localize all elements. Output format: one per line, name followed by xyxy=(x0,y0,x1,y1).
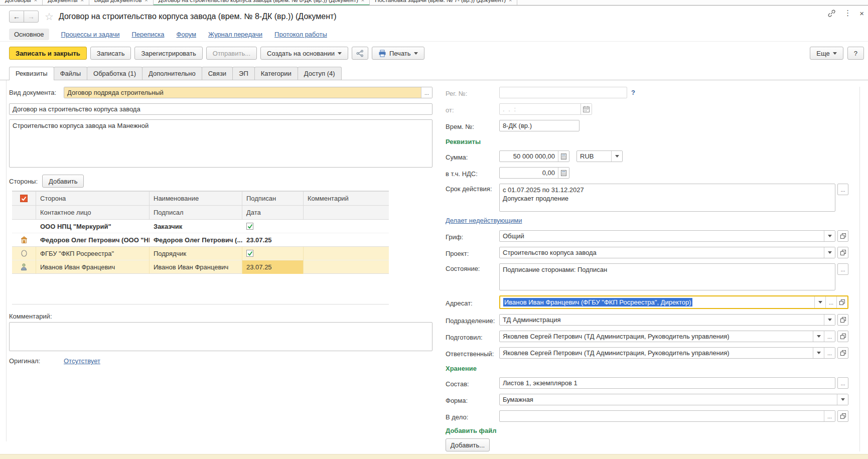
prepared-open-button[interactable] xyxy=(837,331,848,342)
vat-input[interactable]: 0,00 xyxy=(500,168,558,178)
column-header-contact[interactable]: Контактное лицо xyxy=(36,206,150,219)
grif-open-button[interactable] xyxy=(837,230,848,242)
table-row-selected[interactable]: ФГБУ "ФКП Росреестра" Подрядчик xyxy=(12,247,389,260)
calendar-button[interactable] xyxy=(581,104,592,114)
original-status-link[interactable]: Отсутствует xyxy=(64,357,100,365)
grif-dropdown-button[interactable] xyxy=(824,231,835,241)
forward-button[interactable]: → xyxy=(24,11,39,23)
form-select[interactable]: Бумажная xyxy=(500,394,837,405)
addressee-open-button[interactable] xyxy=(836,296,847,308)
tab-files[interactable]: Файлы xyxy=(54,67,87,80)
temp-number-input[interactable]: 8-ДК (вр.) xyxy=(499,120,580,131)
currency-dropdown-button[interactable] xyxy=(611,151,622,162)
reg-number-input[interactable] xyxy=(499,87,627,98)
column-header-comment[interactable]: Комментарий xyxy=(304,191,389,206)
form-dropdown-button[interactable] xyxy=(837,394,848,405)
calculator-button[interactable] xyxy=(558,151,569,162)
back-button[interactable]: ← xyxy=(9,11,24,23)
tab-additional[interactable]: Дополнительно xyxy=(142,67,202,80)
sum-input[interactable]: 50 000 000,00 xyxy=(500,151,558,162)
column-header-signer[interactable]: Подписал xyxy=(150,206,242,219)
add-party-button[interactable]: Добавить xyxy=(42,175,84,188)
nav-transfer-log[interactable]: Журнал передачи xyxy=(208,31,262,38)
case-open-button[interactable] xyxy=(837,410,848,422)
close-icon[interactable]: × xyxy=(34,0,37,3)
help-button[interactable]: ? xyxy=(847,47,864,60)
prepared-ellipsis-button[interactable]: ... xyxy=(824,331,835,342)
responsible-dropdown-button[interactable] xyxy=(813,348,824,358)
nav-correspondence[interactable]: Переписка xyxy=(132,31,165,38)
table-row[interactable]: Федоров Олег Петрович (ООО "НПЦ... Федор… xyxy=(12,233,389,247)
validity-textarea[interactable]: с 01.07.2025 по 31.12.2027 Допускает про… xyxy=(499,184,835,212)
more-button[interactable]: Еще xyxy=(810,47,843,60)
tab-processing[interactable]: Обработка (1) xyxy=(87,67,142,80)
tab-signature[interactable]: ЭП xyxy=(232,67,255,80)
composition-ellipsis-button[interactable]: ... xyxy=(837,377,848,389)
grif-select[interactable]: Общий xyxy=(500,231,824,241)
validity-ellipsis-button[interactable]: ... xyxy=(837,184,848,195)
tab-requisites[interactable]: Реквизиты xyxy=(9,67,54,80)
share-button[interactable] xyxy=(352,47,368,60)
column-header-party[interactable]: Сторона xyxy=(36,191,150,206)
window-close-icon[interactable]: × xyxy=(859,9,864,18)
signed-checkbox[interactable] xyxy=(246,250,253,257)
doc-kind-field[interactable]: Договор подряда строительный xyxy=(64,87,421,98)
close-icon[interactable]: × xyxy=(509,0,512,3)
save-and-close-button[interactable]: Записать и закрыть xyxy=(9,47,87,60)
favorite-star-icon[interactable]: ☆ xyxy=(45,11,54,23)
select-all-checkbox-icon[interactable] xyxy=(20,195,28,202)
close-icon[interactable]: × xyxy=(144,0,148,3)
department-select[interactable]: ТД Администрация xyxy=(500,315,824,325)
invalidates-link[interactable]: Делает недействующими xyxy=(446,217,522,224)
doc-kind-ellipsis-button[interactable]: ... xyxy=(421,87,432,98)
comment-textarea[interactable] xyxy=(9,322,432,351)
save-button[interactable]: Записать xyxy=(90,47,131,60)
responsible-select[interactable]: Яковлев Сергей Петрович (ТД Администраци… xyxy=(500,348,813,358)
window-tab-doc-kinds[interactable]: Виды документов× xyxy=(89,0,154,6)
state-ellipsis-button[interactable]: ... xyxy=(837,263,848,275)
window-tab-documents[interactable]: Документы× xyxy=(43,0,89,6)
tab-access[interactable]: Доступ (4) xyxy=(298,67,342,80)
table-row[interactable]: ООО НПЦ "Меркурий" Заказчик xyxy=(12,220,389,233)
department-dropdown-button[interactable] xyxy=(824,315,835,325)
menu-dots-icon[interactable]: ⋮ xyxy=(844,9,851,18)
column-header-signed[interactable]: Подписан xyxy=(242,191,304,206)
case-ellipsis-button[interactable]: ... xyxy=(824,411,835,421)
project-select[interactable]: Строительство корпуса завода xyxy=(500,247,824,258)
project-dropdown-button[interactable] xyxy=(824,247,835,258)
signed-checkbox[interactable] xyxy=(246,223,253,230)
nav-processes[interactable]: Процессы и задачи xyxy=(61,31,120,38)
column-header-date[interactable]: Дата xyxy=(242,206,304,219)
add-file-link[interactable]: Добавить файл xyxy=(446,427,496,434)
tab-categories[interactable]: Категории xyxy=(254,67,298,80)
addressee-dropdown-button[interactable] xyxy=(814,296,825,308)
nav-main[interactable]: Основное xyxy=(9,29,49,40)
addressee-ellipsis-button[interactable]: ... xyxy=(825,296,836,308)
case-input[interactable] xyxy=(500,411,824,421)
window-tab-contracts[interactable]: Договоры× xyxy=(0,0,43,6)
doc-title-input[interactable]: Договор на строительство корпуса завода xyxy=(9,103,432,115)
print-button[interactable]: Печать xyxy=(372,47,424,60)
window-tab-contract-doc[interactable]: Договор на строительство корпуса завода … xyxy=(154,0,370,6)
tab-links[interactable]: Связи xyxy=(202,67,233,80)
table-row-selected[interactable]: Иванов Иван Францевич Иванов Иван Франце… xyxy=(12,260,389,274)
close-icon[interactable]: × xyxy=(361,0,364,3)
link-icon[interactable] xyxy=(827,9,836,18)
help-question-link[interactable]: ? xyxy=(631,89,635,96)
responsible-ellipsis-button[interactable]: ... xyxy=(824,348,835,358)
department-open-button[interactable] xyxy=(837,314,848,326)
nav-work-protocol[interactable]: Протокол работы xyxy=(274,31,327,38)
register-button[interactable]: Зарегистрировать xyxy=(134,47,202,60)
window-tab-task[interactable]: Постановка задачи (врем. № 7- (вр.)) (До… xyxy=(370,0,517,6)
project-open-button[interactable] xyxy=(837,247,848,258)
nav-forum[interactable]: Форум xyxy=(177,31,197,38)
addressee-input[interactable]: Иванов Иван Францевич (ФГБУ "ФКП Росреес… xyxy=(500,296,814,308)
close-icon[interactable]: × xyxy=(80,0,83,3)
prepared-select[interactable]: Яковлев Сергей Петрович (ТД Администраци… xyxy=(500,331,813,342)
currency-select[interactable]: RUB xyxy=(577,151,611,162)
doc-description-textarea[interactable]: Строительство корпуса завода на Манежной xyxy=(9,119,432,168)
composition-input[interactable]: Листов 1, экземпляров 1 xyxy=(499,377,835,389)
create-from-button[interactable]: Создать на основании xyxy=(260,47,348,60)
state-textarea[interactable]: Подписание сторонами: Подписан xyxy=(499,263,835,290)
column-header-name[interactable]: Наименование xyxy=(150,191,242,206)
